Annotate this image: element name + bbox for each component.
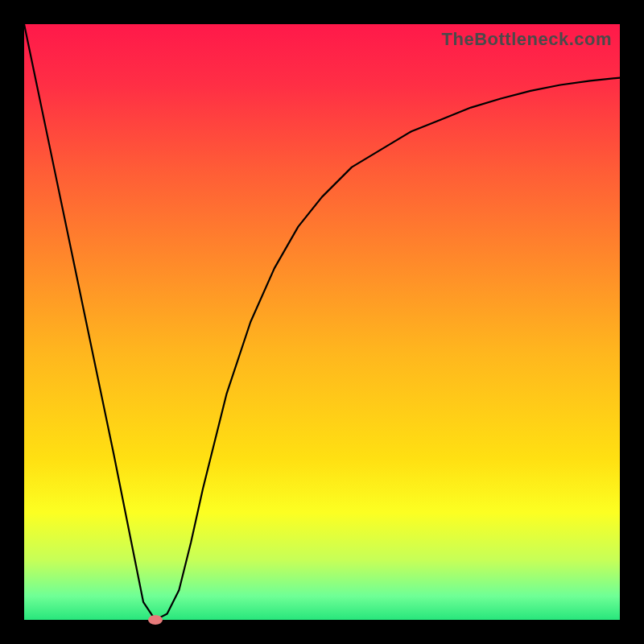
- plot-area: TheBottleneck.com: [24, 24, 620, 620]
- chart-frame: TheBottleneck.com: [0, 0, 644, 644]
- curve-minimum-marker: [148, 615, 163, 625]
- curve-line: [24, 24, 620, 620]
